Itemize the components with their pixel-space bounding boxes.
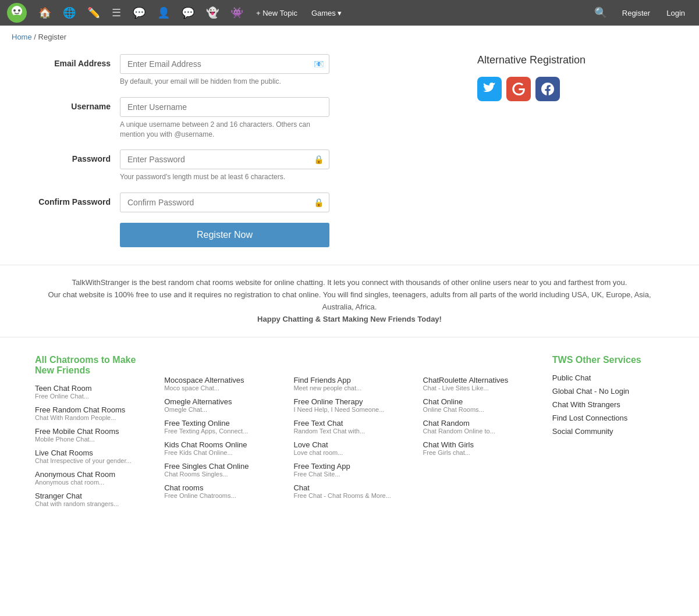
chatrooms-col4: ChatRoulette Alternatives Chat - Live Si… bbox=[423, 355, 535, 513]
tws-service-item[interactable]: Public Chat bbox=[552, 373, 664, 382]
footer-link[interactable]: Live Chat Rooms bbox=[35, 448, 147, 457]
username-help: A unique username between 2 and 16 chara… bbox=[120, 120, 329, 140]
chat-icon[interactable]: 💬 bbox=[177, 4, 199, 22]
wechat-icon[interactable]: 💬 bbox=[128, 4, 150, 22]
footer-link[interactable]: Omegle Alternatives bbox=[164, 397, 276, 406]
footer-link[interactable]: Chat With Girls bbox=[423, 440, 535, 449]
username-row: Username A unique username between 2 and… bbox=[35, 97, 454, 140]
footer-link-sub: Free Girls chat... bbox=[423, 449, 535, 456]
games-menu[interactable]: Games ▾ bbox=[306, 6, 348, 20]
edit-icon[interactable]: ✏️ bbox=[83, 4, 105, 22]
footer-link[interactable]: Chat bbox=[293, 483, 405, 492]
footer-link-sub: Chat With Random People... bbox=[35, 414, 147, 421]
breadcrumb-separator: / bbox=[34, 33, 38, 41]
twitter-login-button[interactable] bbox=[477, 77, 502, 101]
list-item: Free Singles Chat Online Chat Rooms Sing… bbox=[164, 462, 276, 478]
footer-link[interactable]: ChatRoulette Alternatives bbox=[423, 376, 535, 384]
register-nav-button[interactable]: Register bbox=[615, 6, 657, 20]
footer-link[interactable]: Free Texting App bbox=[293, 462, 405, 471]
footer-link-sub: Omegle Chat... bbox=[164, 406, 276, 413]
site-description: TalkWithStranger is the best random chat… bbox=[0, 265, 699, 337]
footer-link-sub: Chat with random strangers... bbox=[35, 500, 147, 507]
email-help: By default, your email will be hidden fr… bbox=[120, 77, 329, 87]
login-nav-button[interactable]: Login bbox=[659, 6, 692, 20]
footer-link[interactable]: Chat rooms bbox=[164, 483, 276, 492]
footer-link[interactable]: Chat Random bbox=[423, 419, 535, 428]
chatrooms-col1: All Chatrooms to Make New Friends Teen C… bbox=[35, 355, 147, 513]
username-input[interactable] bbox=[120, 97, 329, 117]
alt-registration-section: Alternative Registration bbox=[477, 54, 605, 247]
footer-link[interactable]: Free Singles Chat Online bbox=[164, 462, 276, 471]
footer-link-sub: Random Text Chat with... bbox=[293, 428, 405, 435]
list-item: Stranger Chat Chat with random strangers… bbox=[35, 492, 147, 507]
footer-link-sub: Anonymous chat room... bbox=[35, 479, 147, 486]
facebook-login-button[interactable] bbox=[535, 77, 560, 101]
footer-link-sub: Free Online Chat... bbox=[35, 393, 147, 400]
chatrooms-heading: All Chatrooms to Make New Friends bbox=[35, 355, 147, 376]
breadcrumb-current: Register bbox=[38, 33, 66, 41]
svg-point-2 bbox=[10, 15, 23, 22]
footer-link-sub: Free Online Chatrooms... bbox=[164, 492, 276, 499]
confirm-password-input[interactable] bbox=[120, 193, 329, 212]
footer-link[interactable]: Kids Chat Rooms Online bbox=[164, 440, 276, 449]
footer-link[interactable]: Teen Chat Room bbox=[35, 384, 147, 393]
email-label: Email Address bbox=[35, 54, 111, 68]
footer-link[interactable]: Anonymous Chat Room bbox=[35, 470, 147, 479]
tws-heading: TWS Other Services bbox=[552, 355, 664, 365]
list-item: Chat rooms Free Online Chatrooms... bbox=[164, 483, 276, 499]
tws-service-item[interactable]: Chat With Strangers bbox=[552, 400, 664, 409]
list-item: Chat Random Chat Random Online to... bbox=[423, 419, 535, 435]
chatrooms-col3: Find Friends App Meet new people chat...… bbox=[293, 355, 405, 513]
footer-link[interactable]: Find Friends App bbox=[293, 376, 405, 384]
home-icon[interactable]: 🏠 bbox=[34, 4, 56, 22]
register-now-button[interactable]: Register Now bbox=[120, 223, 329, 247]
confirm-password-field-wrap: 🔒 bbox=[120, 193, 329, 212]
footer-link[interactable]: Chat Online bbox=[423, 397, 535, 406]
search-icon[interactable]: 🔍 bbox=[588, 4, 613, 22]
password-input[interactable] bbox=[120, 149, 329, 169]
footer-link-sub: Free Texting Apps, Connect... bbox=[164, 428, 276, 435]
world-icon[interactable]: 🌐 bbox=[58, 4, 80, 22]
list-item: Omegle Alternatives Omegle Chat... bbox=[164, 397, 276, 413]
password-row: Password 🔒 Your password's length must b… bbox=[35, 149, 454, 182]
register-button-row: Register Now bbox=[35, 223, 454, 247]
svg-point-3 bbox=[13, 9, 16, 12]
tws-service-item[interactable]: Find Lost Connections bbox=[552, 414, 664, 422]
footer-link[interactable]: Love Chat bbox=[293, 440, 405, 449]
username-label: Username bbox=[35, 97, 111, 111]
footer-link-sub: Chat Random Online to... bbox=[423, 428, 535, 435]
google-plus-login-button[interactable] bbox=[506, 77, 531, 101]
footer-section: All Chatrooms to Make New Friends Teen C… bbox=[0, 337, 699, 530]
email-input[interactable] bbox=[120, 54, 329, 74]
tws-service-item[interactable]: Social Community bbox=[552, 427, 664, 436]
footer-link-sub: Free Kids Chat Online... bbox=[164, 449, 276, 456]
user-icon[interactable]: 👤 bbox=[152, 4, 175, 22]
snapchat-icon[interactable]: 👻 bbox=[201, 4, 223, 22]
alt-reg-title: Alternative Registration bbox=[477, 54, 605, 66]
password-icon: 🔒 bbox=[314, 155, 324, 164]
footer-link[interactable]: Stranger Chat bbox=[35, 492, 147, 500]
footer-link[interactable]: Free Random Chat Rooms bbox=[35, 405, 147, 414]
list-item: Anonymous Chat Room Anonymous chat room.… bbox=[35, 470, 147, 486]
social-icons-row bbox=[477, 77, 605, 101]
footer-link[interactable]: Free Text Chat bbox=[293, 419, 405, 428]
list-item: Free Mobile Chat Rooms Mobile Phone Chat… bbox=[35, 427, 147, 443]
new-topic-button[interactable]: + New Topic bbox=[250, 6, 303, 20]
list-item: Mocospace Alternatives Moco space Chat..… bbox=[164, 376, 276, 391]
breadcrumb-home[interactable]: Home bbox=[12, 33, 32, 41]
password-field-wrap: 🔒 Your password's length must be at leas… bbox=[120, 149, 329, 182]
footer-link[interactable]: Free Mobile Chat Rooms bbox=[35, 427, 147, 436]
games-icon[interactable]: 👾 bbox=[226, 4, 248, 22]
footer-link[interactable]: Mocospace Alternatives bbox=[164, 376, 276, 384]
tws-service-item[interactable]: Global Chat - No Login bbox=[552, 387, 664, 396]
main-content: Email Address 📧 By default, your email w… bbox=[0, 48, 640, 265]
footer-link[interactable]: Free Texting Online bbox=[164, 419, 276, 428]
tws-services-col: TWS Other Services Public ChatGlobal Cha… bbox=[552, 355, 664, 513]
site-logo[interactable] bbox=[7, 3, 27, 23]
footer-link-sub: Free Chat - Chat Rooms & More... bbox=[293, 492, 405, 499]
list-item: Free Texting Online Free Texting Apps, C… bbox=[164, 419, 276, 435]
menu-icon[interactable]: ☰ bbox=[107, 4, 126, 22]
site-desc-line1: TalkWithStranger is the best random chat… bbox=[35, 277, 664, 289]
footer-link[interactable]: Free Online Therapy bbox=[293, 397, 405, 406]
list-item: Live Chat Rooms Chat Irrespective of you… bbox=[35, 448, 147, 464]
